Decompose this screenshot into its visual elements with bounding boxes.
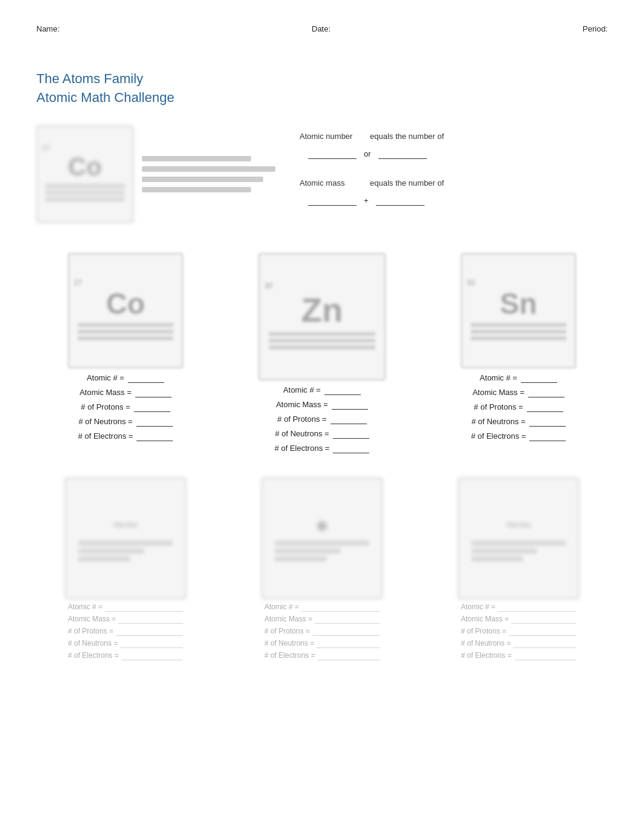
bottom-electrons-2: # of Electrons = — [264, 651, 380, 660]
bottom-atomic-hash-1: Atomic # = — [68, 603, 183, 612]
bottom-protons-3: # of Protons = — [461, 627, 576, 636]
element-card-2: 30 Zn — [258, 253, 386, 380]
element-grid-top: 27 Co Atomic # = Atomic Mass = # of Prot… — [36, 253, 608, 453]
title-block: The Atoms Family Atomic Math Challenge — [36, 70, 608, 107]
bottom-neutrons-3: # of Neutrons = — [461, 639, 576, 648]
atomic-mass-fill-3 — [528, 388, 565, 397]
electrons-label-3: # of Electrons = — [471, 431, 526, 441]
bottom-atomic-hash-3: Atomic # = — [461, 603, 576, 612]
neutrons-label-3: # of Neutrons = — [471, 417, 525, 426]
bottom-fields-3: Atomic # = Atomic Mass = # of Protons = … — [461, 603, 576, 660]
atomic-mass-label-3: Atomic Mass = — [472, 388, 525, 397]
intro-card-area: 27 Co — [36, 126, 275, 223]
atomic-number-blank2 — [378, 149, 427, 159]
protons-fill-1 — [134, 402, 170, 412]
bottom-atomic-mass-1: Atomic Mass = — [68, 615, 183, 624]
atomic-hash-row-2: Atomic # = — [233, 385, 411, 395]
atomic-hash-label-2: Atomic # = — [283, 385, 321, 394]
protons-row-3: # of Protons = — [429, 402, 608, 412]
protons-label-3: # of Protons = — [474, 402, 523, 411]
atomic-mass-fill-1 — [135, 388, 172, 397]
date-label: Date: — [312, 24, 330, 33]
neutrons-label-2: # of Neutrons = — [275, 429, 329, 438]
atomic-hash-label-3: Atomic # = — [480, 373, 517, 382]
bottom-electrons-3: # of Electrons = — [461, 651, 576, 660]
electrons-fill-2 — [333, 444, 369, 453]
element-col-1: 27 Co Atomic # = Atomic Mass = # of Prot… — [36, 253, 215, 453]
atomic-mass-rule: Atomic mass equals the number of + — [300, 178, 444, 206]
atomic-mass-row-1: Atomic Mass = — [36, 388, 215, 397]
bottom-col-3: ~~ Atomic # = Atomic Mass = # of Protons… — [429, 478, 608, 660]
bottom-protons-2: # of Protons = — [264, 627, 380, 636]
atomic-mass-row-2: Atomic Mass = — [233, 400, 411, 410]
atomic-number-blank1 — [308, 149, 357, 159]
neutrons-fill-2 — [333, 429, 369, 439]
electrons-fill-3 — [529, 431, 566, 441]
electrons-row-1: # of Electrons = — [36, 431, 215, 441]
neutrons-row-1: # of Neutrons = — [36, 417, 215, 427]
intro-element-card: 27 Co — [36, 126, 133, 223]
protons-row-2: # of Protons = — [233, 414, 411, 424]
atomic-mass-label-row: Atomic mass equals the number of — [300, 178, 444, 188]
neutrons-label-1: # of Neutrons = — [78, 417, 132, 426]
intro-lines-col — [142, 156, 275, 192]
atomic-mass-fill-2 — [332, 400, 368, 410]
neutrons-fill-3 — [529, 417, 566, 427]
atomic-hash-fill-3 — [521, 373, 557, 383]
atomic-hash-row-1: Atomic # = — [36, 373, 215, 383]
header: Name: Date: Period: — [36, 24, 608, 33]
electrons-row-3: # of Electrons = — [429, 431, 608, 441]
atomic-number-label-row: Atomic number equals the number of — [300, 132, 444, 141]
neutrons-row-3: # of Neutrons = — [429, 417, 608, 427]
atomic-mass-row-3: Atomic Mass = — [429, 388, 608, 397]
intro-section: 27 Co Atomic number equals the number of — [36, 126, 608, 223]
bottom-atomic-mass-2: Atomic Mass = — [264, 615, 380, 624]
neutrons-row-2: # of Neutrons = — [233, 429, 411, 439]
atomic-hash-row-3: Atomic # = — [429, 373, 608, 383]
bottom-neutrons-1: # of Neutrons = — [68, 639, 183, 648]
bottom-neutrons-2: # of Neutrons = — [264, 639, 380, 648]
atomic-mass-label-1: Atomic Mass = — [79, 388, 132, 397]
atomic-mass-label: Atomic mass — [300, 178, 360, 188]
atomic-number-label: Atomic number — [300, 132, 360, 141]
protons-fill-2 — [330, 414, 367, 424]
bottom-col-2: ● Atomic # = Atomic Mass = # of Protons … — [233, 478, 411, 660]
protons-label-2: # of Protons = — [277, 414, 326, 424]
bottom-fields-1: Atomic # = Atomic Mass = # of Protons = … — [68, 603, 183, 660]
neutrons-fill-1 — [136, 417, 173, 427]
element-col-2: 30 Zn Atomic # = Atomic Mass = # of Prot… — [233, 253, 411, 453]
element-col-3: 50 Sn Atomic # = Atomic Mass = # of Prot… — [429, 253, 608, 453]
atomic-mass-plus: + — [364, 196, 369, 205]
protons-fill-3 — [527, 402, 563, 412]
atomic-number-rule: Atomic number equals the number of or — [300, 132, 444, 159]
electrons-label-2: # of Electrons = — [275, 444, 330, 453]
bottom-col-1: ~~ Atomic # = Atomic Mass = # of Protons… — [36, 478, 215, 660]
electrons-row-2: # of Electrons = — [233, 444, 411, 453]
bottom-atomic-mass-3: Atomic Mass = — [461, 615, 576, 624]
element-card-1: 27 Co — [68, 253, 183, 368]
bottom-atomic-hash-2: Atomic # = — [264, 603, 380, 612]
protons-label-1: # of Protons = — [81, 402, 130, 411]
atomic-hash-fill-1 — [128, 373, 164, 383]
electrons-label-1: # of Electrons = — [78, 431, 133, 441]
bottom-electrons-1: # of Electrons = — [68, 651, 183, 660]
atomic-number-text: equals the number of — [370, 132, 444, 141]
electrons-fill-1 — [136, 431, 173, 441]
protons-row-1: # of Protons = — [36, 402, 215, 412]
name-label: Name: — [36, 24, 59, 33]
bottom-protons-1: # of Protons = — [68, 627, 183, 636]
atomic-mass-text: equals the number of — [370, 178, 444, 188]
element-card-3: 50 Sn — [461, 253, 576, 368]
page-title: The Atoms Family Atomic Math Challenge — [36, 70, 608, 107]
atomic-hash-fill-2 — [324, 385, 361, 395]
bottom-card-3: ~~ — [458, 478, 579, 599]
atomic-mass-blank2 — [376, 196, 424, 206]
period-label: Period: — [583, 24, 608, 33]
atomic-mass-label-2: Atomic Mass = — [276, 400, 328, 409]
element-grid-bottom: ~~ Atomic # = Atomic Mass = # of Protons… — [36, 478, 608, 660]
atomic-mass-blank1 — [308, 196, 357, 206]
bottom-card-2: ● — [261, 478, 383, 599]
bottom-card-1: ~~ — [65, 478, 186, 599]
atomic-number-or: or — [364, 149, 371, 158]
rules-section: Atomic number equals the number of or At… — [300, 126, 444, 206]
